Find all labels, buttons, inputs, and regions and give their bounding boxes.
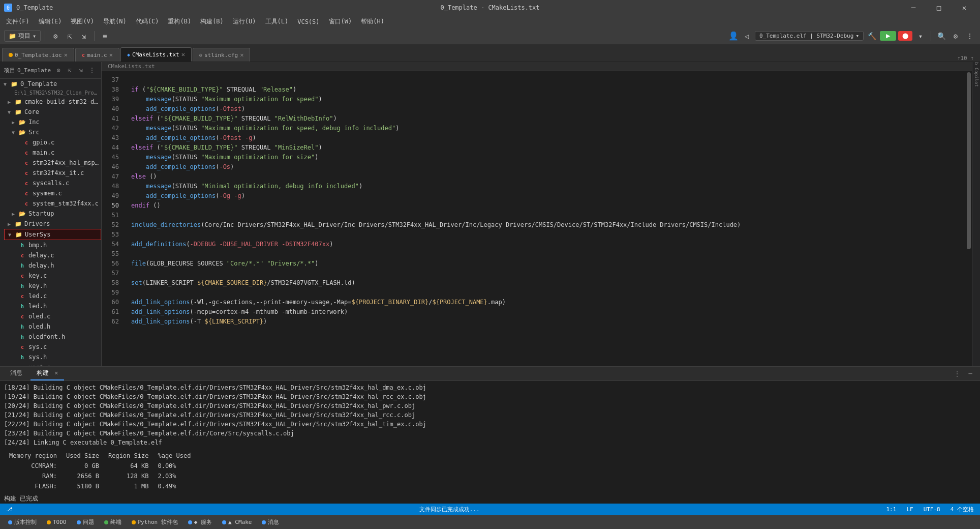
hammer-button[interactable]: 🔨	[866, 30, 878, 42]
taskbar-cmake[interactable]: ▲ CMake	[218, 518, 256, 526]
breadcrumb: CMakeLists.txt	[102, 62, 972, 71]
bottom-tab-build[interactable]: 构建 ✕	[30, 367, 64, 380]
tab-ioc[interactable]: 0_Template.ioc ✕	[2, 48, 74, 62]
tree-core[interactable]: ▼ 📁 Core	[4, 107, 101, 117]
tree-sys-h[interactable]: h sys.h	[8, 352, 101, 362]
tree-delay-c[interactable]: c delay.c	[8, 250, 101, 260]
tree-src[interactable]: ▼ 📂 Src	[8, 127, 101, 137]
tree-cmake-build[interactable]: ▶ 📁 cmake-build-stm32-debug	[4, 97, 101, 107]
tab-cmake[interactable]: ◆ CMakeLists.txt ✕	[120, 47, 192, 62]
tree-gpio-label: gpio.c	[33, 139, 54, 146]
tree-uart-c[interactable]: c uart.c	[8, 362, 101, 366]
taskbar: 版本控制 TODO 问题 终端 Python 软件包 ◆ 服务 ▲ CMake …	[0, 515, 980, 529]
tab-stlink[interactable]: ⚙ stlink.cfg ✕	[193, 48, 251, 62]
project-selector[interactable]: 📁 项目 ▾	[4, 30, 41, 42]
tree-led-c[interactable]: c led.c	[8, 291, 101, 301]
tree-drivers[interactable]: ▶ 📁 Drivers	[4, 219, 101, 229]
tree-usersys[interactable]: ▼ 📁 UserSys	[4, 229, 101, 240]
taskbar-messages[interactable]: 消息	[258, 517, 283, 527]
sidebar-settings-btn[interactable]: ⚙	[53, 65, 64, 75]
bottom-tab-build-close[interactable]: ✕	[54, 369, 58, 376]
tree-gpio-c[interactable]: c gpio.c	[12, 137, 101, 148]
tree-bmp-h[interactable]: h bmp.h	[8, 240, 101, 250]
tree-oledfont-h[interactable]: h oledfont.h	[8, 332, 101, 342]
sidebar-collapse-btn[interactable]: ⇲	[76, 65, 86, 75]
menu-window[interactable]: 窗口(W)	[325, 16, 356, 27]
search-button[interactable]: 🔍	[935, 30, 947, 42]
editor-scrollbar[interactable]	[966, 71, 972, 366]
run-button[interactable]: ▶	[880, 31, 896, 41]
menu-code[interactable]: 代码(C)	[132, 16, 163, 27]
menu-help[interactable]: 帮助(H)	[357, 16, 388, 27]
taskbar-todo[interactable]: TODO	[43, 518, 71, 526]
tree-syscalls[interactable]: c syscalls.c	[12, 178, 101, 188]
status-line-ending[interactable]: LF	[904, 506, 915, 513]
sidebar-expand-btn[interactable]: ⇱	[65, 65, 75, 75]
tree-main-c[interactable]: c main.c	[12, 148, 101, 158]
taskbar-version-control[interactable]: 版本控制	[4, 517, 41, 527]
toolbar-action-1[interactable]: ≡	[99, 30, 111, 42]
tree-oled-h[interactable]: h oled.h	[8, 321, 101, 332]
taskbar-problems[interactable]: 问题	[73, 517, 98, 527]
debug-button[interactable]: ⬤	[898, 31, 912, 41]
tree-sysmem[interactable]: c sysmem.c	[12, 188, 101, 198]
menu-file[interactable]: 文件(F)	[2, 16, 34, 27]
more-options-button[interactable]: ⋮	[964, 30, 976, 42]
build-config-selector[interactable]: 0_Template.elf | STM32-Debug ▾	[755, 31, 864, 41]
more-run-options[interactable]: ▾	[914, 30, 927, 42]
tab-close-main-c[interactable]: ✕	[109, 51, 113, 58]
indent-text: 4 个空格	[951, 506, 974, 513]
menu-run[interactable]: 运行(U)	[229, 16, 260, 27]
status-encoding[interactable]: UTF-8	[922, 506, 942, 513]
bottom-tab-messages[interactable]: 消息	[4, 367, 28, 380]
tree-oled-c[interactable]: c oled.c	[8, 311, 101, 321]
close-button[interactable]: ✕	[953, 0, 976, 15]
menu-edit[interactable]: 编辑(E)	[35, 16, 66, 27]
tab-close-stlink[interactable]: ✕	[240, 51, 243, 58]
status-position[interactable]: 1:1	[884, 506, 899, 513]
tree-key-c[interactable]: c key.c	[8, 271, 101, 281]
settings-gear-button[interactable]: ⚙	[950, 30, 962, 42]
taskbar-services[interactable]: ◆ 服务	[184, 517, 216, 527]
tab-close-cmake[interactable]: ✕	[181, 51, 185, 58]
bottom-action-1[interactable]: ⋮	[952, 368, 963, 379]
file-icon-sysmem: c	[22, 189, 30, 197]
menu-tools[interactable]: 工具(L)	[261, 16, 293, 27]
mem-col-total: Region Size	[104, 451, 152, 460]
menu-refactor[interactable]: 重构(B)	[164, 16, 195, 27]
sidebar-header-buttons: ⚙ ⇱ ⇲ ⋮	[53, 65, 97, 75]
tree-inc[interactable]: ▶ 📂 Inc	[8, 117, 101, 127]
tree-delay-h[interactable]: h delay.h	[8, 260, 101, 271]
expand-button[interactable]: ⇱	[64, 30, 76, 42]
tree-project-root[interactable]: ▼ 📁 0_Template	[0, 79, 101, 89]
tree-key-h[interactable]: h key.h	[8, 281, 101, 291]
minimize-button[interactable]: ─	[902, 0, 925, 15]
tree-delay-h-label: delay.h	[28, 262, 54, 269]
menu-build[interactable]: 构建(B)	[196, 16, 228, 27]
bottom-collapse-btn[interactable]: ─	[965, 368, 976, 379]
tree-startup[interactable]: ▶ 📂 Startup	[8, 209, 101, 219]
tab-main-c[interactable]: c main.c ✕	[75, 48, 119, 62]
taskbar-python[interactable]: Python 软件包	[128, 517, 182, 527]
tree-led-h[interactable]: h led.h	[8, 301, 101, 311]
status-indent[interactable]: 4 个空格	[948, 506, 976, 513]
status-sync-icon[interactable]: ⎇	[4, 506, 15, 513]
taskbar-terminal[interactable]: 终端	[100, 517, 126, 527]
mem-ram-pct: 2.03%	[154, 472, 195, 481]
github-copilot-icon[interactable]: GitHub Copilot	[973, 64, 980, 71]
settings-button[interactable]: ⚙	[49, 30, 62, 42]
scrollbar-thumb[interactable]	[967, 72, 971, 249]
code-editor[interactable]: if ("${CMAKE_BUILD_TYPE}" STREQUAL "Rele…	[123, 71, 966, 366]
tab-close-ioc[interactable]: ✕	[64, 51, 68, 58]
menu-navigate[interactable]: 导航(N)	[99, 16, 131, 27]
sidebar-more-btn[interactable]: ⋮	[87, 65, 97, 75]
tree-hal-it[interactable]: c stm32f4xx_it.c	[12, 168, 101, 178]
navigate-back[interactable]: ◁	[741, 30, 753, 42]
maximize-button[interactable]: □	[927, 0, 951, 15]
menu-view[interactable]: 视图(V)	[67, 16, 98, 27]
tree-system-stm32[interactable]: c system_stm32f4xx.c	[12, 198, 101, 209]
tree-sys-c[interactable]: c sys.c	[8, 342, 101, 352]
collapse-button[interactable]: ⇲	[78, 30, 90, 42]
menu-vcs[interactable]: VCS(S)	[293, 17, 323, 26]
tree-hal-msp[interactable]: c stm32f4xx_hal_msp.c	[12, 158, 101, 168]
